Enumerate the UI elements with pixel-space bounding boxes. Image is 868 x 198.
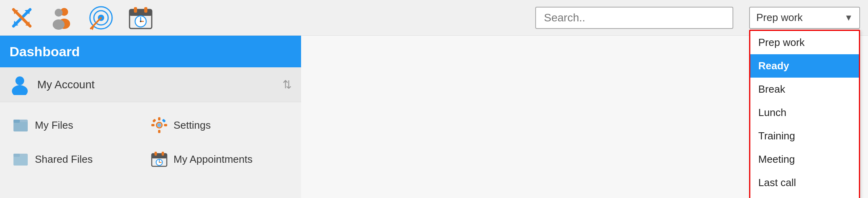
my-files-label: My Files	[35, 119, 73, 131]
svg-rect-17	[134, 7, 137, 13]
svg-rect-29	[158, 117, 160, 120]
svg-rect-27	[13, 120, 20, 123]
svg-rect-26	[13, 122, 28, 131]
svg-rect-42	[162, 152, 164, 156]
my-account-row[interactable]: My Account ⇅	[0, 67, 301, 102]
dropdown-item-meeting[interactable]: Meeting	[750, 148, 859, 171]
my-account-label: My Account	[37, 78, 282, 91]
status-dropdown-menu: Prep work Ready Break Lunch Training Mee…	[749, 30, 860, 198]
sidebar-nav: My Files S	[0, 102, 301, 182]
dropdown-item-training[interactable]: Training	[750, 124, 859, 148]
status-current-value: Prep work	[756, 11, 803, 24]
main-content: Dashboard My Account ⇅	[0, 36, 868, 198]
svg-rect-16	[130, 10, 152, 16]
svg-point-8	[55, 9, 63, 17]
my-appointments-icon	[151, 150, 168, 168]
svg-rect-30	[158, 130, 160, 133]
my-appointments-label: My Appointments	[174, 153, 252, 166]
sidebar-item-shared-files[interactable]: Shared Files	[4, 144, 139, 174]
dropdown-item-break[interactable]: Break	[750, 78, 859, 101]
dashboard-header: Dashboard	[0, 36, 301, 67]
search-input[interactable]	[535, 7, 733, 29]
svg-point-23	[15, 76, 24, 85]
status-select-button[interactable]: Prep work ▼	[749, 7, 860, 29]
account-person-icon	[10, 74, 30, 95]
app-container: Prep work ▼ Prep work Ready Break Lunch …	[0, 0, 868, 198]
svg-rect-40	[152, 154, 167, 158]
svg-point-24	[12, 85, 28, 95]
search-area	[535, 7, 733, 29]
sidebar-item-my-appointments[interactable]: My Appointments	[143, 144, 277, 174]
cross-arrows-icon[interactable]	[8, 4, 36, 32]
chevron-down-icon: ▼	[844, 13, 853, 23]
sidebar-item-settings[interactable]: Settings	[143, 110, 277, 140]
svg-rect-37	[13, 156, 28, 166]
my-files-icon	[12, 116, 29, 134]
calendar-clock-icon[interactable]	[127, 4, 155, 32]
dropdown-item-lunch[interactable]: Lunch	[750, 101, 859, 124]
shared-files-icon	[12, 150, 29, 168]
dashboard-title: Dashboard	[10, 44, 80, 59]
dropdown-item-last-call[interactable]: Last call	[750, 171, 859, 194]
svg-point-9	[53, 19, 65, 30]
svg-line-13	[91, 18, 101, 29]
target-icon[interactable]	[87, 4, 115, 32]
sidebar-item-my-files[interactable]: My Files	[4, 110, 139, 140]
svg-point-22	[140, 21, 141, 22]
sort-icon: ⇅	[282, 78, 292, 91]
sidebar: Dashboard My Account ⇅	[0, 36, 301, 198]
people-icon[interactable]	[48, 4, 75, 32]
status-dropdown-container: Prep work ▼ Prep work Ready Break Lunch …	[749, 7, 860, 29]
settings-label: Settings	[174, 119, 211, 131]
shared-files-label: Shared Files	[35, 153, 93, 166]
dropdown-item-prep-work[interactable]: Prep work	[750, 31, 859, 54]
nav-icons	[8, 4, 535, 32]
svg-rect-38	[13, 154, 20, 157]
dropdown-item-ready[interactable]: Ready	[750, 54, 859, 78]
svg-rect-33	[152, 119, 156, 123]
svg-rect-31	[151, 124, 155, 126]
settings-icon	[151, 116, 168, 134]
svg-rect-34	[162, 119, 166, 123]
top-nav: Prep work ▼ Prep work Ready Break Lunch …	[0, 0, 868, 36]
svg-rect-41	[155, 152, 157, 156]
dropdown-item-inbound-only[interactable]: Inbound only	[750, 194, 859, 198]
svg-rect-32	[164, 124, 167, 126]
svg-rect-18	[144, 7, 147, 13]
svg-point-35	[157, 123, 161, 127]
